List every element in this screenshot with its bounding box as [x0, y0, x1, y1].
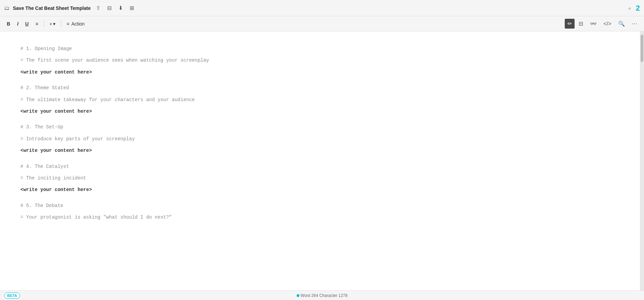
print-view-button[interactable]: ⊟	[576, 19, 586, 29]
heading-2: # 2. Theme Stated	[20, 84, 327, 92]
bold-button[interactable]: B	[4, 19, 13, 28]
more-button[interactable]: ⋯	[629, 19, 640, 29]
section-5: # 5. The Debate = Your protagonist is as…	[20, 202, 327, 221]
code-button[interactable]: </>	[601, 19, 614, 29]
status-indicator: Word 264 Character 1278	[297, 293, 348, 298]
share-button[interactable]: ⇧	[94, 3, 102, 13]
status-text: Word 264 Character 1278	[301, 293, 348, 298]
title-bar: 🗂 Save The Cat Beat Sheet Template ⇧ ⊟ ⬇…	[0, 0, 644, 16]
action-dropdown-button[interactable]: ≡ Action	[64, 19, 87, 28]
scrollbar-thumb[interactable]	[641, 35, 643, 62]
document-content: # 1. Opening Image = The first scene you…	[20, 45, 327, 221]
editor-area[interactable]: # 1. Opening Image = The first scene you…	[0, 31, 640, 290]
placeholder-4[interactable]: <write your content here>	[20, 186, 327, 193]
status-bar: BETA Word 264 Character 1278	[0, 290, 644, 300]
search-button[interactable]: 🔍	[615, 19, 628, 29]
plus-icon: +	[49, 21, 52, 27]
align-button[interactable]: ≡	[33, 19, 41, 28]
placeholder-1[interactable]: <write your content here>	[20, 68, 327, 76]
underline-button[interactable]: U	[22, 19, 31, 28]
toolbar-right: ✏ ⊟ 👓 </> 🔍 ⋯	[565, 19, 640, 29]
file-icon: 🗂	[4, 5, 10, 11]
content-wrapper: # 1. Opening Image = The first scene you…	[0, 31, 644, 290]
italic-button[interactable]: I	[14, 19, 21, 28]
toolbar: B I U ≡ + ▾ ≡ Action ✏ ⊟ 👓 </> 🔍 ⋯	[0, 16, 644, 31]
heading-4: # 4. The Catalyst	[20, 163, 327, 170]
action-icon: ≡	[67, 21, 69, 27]
title-bar-right: « 2	[626, 4, 640, 13]
heading-1: # 1. Opening Image	[20, 45, 327, 52]
scrollbar[interactable]	[640, 31, 644, 290]
section-1: # 1. Opening Image = The first scene you…	[20, 45, 327, 76]
title-bar-left: 🗂 Save The Cat Beat Sheet Template ⇧ ⊟ ⬇…	[4, 3, 623, 13]
grid-button[interactable]: ⊞	[128, 3, 136, 13]
description-4: = The inciting incident	[20, 174, 327, 182]
read-mode-button[interactable]: 👓	[587, 19, 599, 29]
plus-dropdown-icon: ▾	[53, 21, 55, 27]
download-button[interactable]: ⬇	[116, 3, 125, 13]
description-3: = Introduce key parts of your screenplay	[20, 135, 327, 143]
description-2: = The ultimate takeaway for your charact…	[20, 96, 327, 104]
action-label: Action	[71, 21, 85, 27]
toolbar-divider-2	[61, 20, 61, 27]
beta-badge: BETA	[4, 293, 20, 299]
placeholder-3[interactable]: <write your content here>	[20, 147, 327, 154]
status-dot	[297, 294, 299, 297]
heading-5: # 5. The Debate	[20, 202, 327, 209]
title-actions: ⇧ ⊟ ⬇ ⊞	[94, 3, 136, 13]
add-button[interactable]: + ▾	[47, 19, 58, 28]
heading-3: # 3. The Set-Up	[20, 123, 327, 131]
collapse-icon[interactable]: «	[626, 4, 633, 12]
section-3: # 3. The Set-Up = Introduce key parts of…	[20, 123, 327, 154]
section-2: # 2. Theme Stated = The ultimate takeawa…	[20, 84, 327, 115]
page-number: 2	[636, 4, 640, 13]
description-5: = Your protagonist is asking "what shoul…	[20, 214, 327, 221]
document-title: Save The Cat Beat Sheet Template	[13, 5, 90, 11]
placeholder-2[interactable]: <write your content here>	[20, 108, 327, 115]
toolbar-divider	[44, 20, 44, 27]
toolbar-left: B I U ≡ + ▾ ≡ Action	[4, 19, 563, 28]
section-4: # 4. The Catalyst = The inciting inciden…	[20, 163, 327, 194]
print-button[interactable]: ⊟	[105, 3, 114, 13]
description-1: = The first scene your audience sees whe…	[20, 57, 327, 64]
edit-button[interactable]: ✏	[565, 19, 575, 29]
